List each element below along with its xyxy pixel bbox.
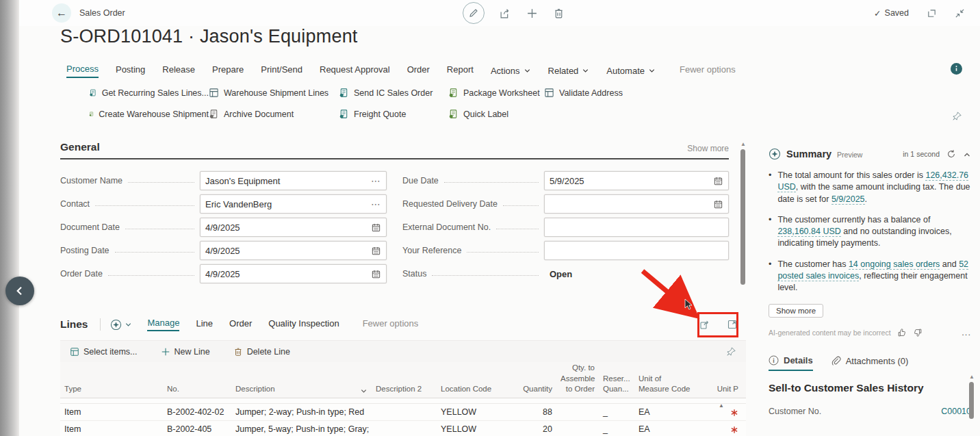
calendar-icon[interactable]	[713, 176, 723, 186]
tab-posting[interactable]: Posting	[116, 64, 145, 77]
tab-report[interactable]: Report	[447, 64, 474, 77]
summary-more-button[interactable]: ...	[962, 327, 971, 337]
package-worksheet-button[interactable]: Package Worksheet	[448, 88, 544, 98]
cell-reserved[interactable]: _	[599, 424, 634, 434]
select-items-button[interactable]: Select items...	[70, 347, 138, 357]
warehouse-shipment-lines-button[interactable]: Warehouse Shipment Lines	[209, 88, 339, 98]
refresh-button[interactable]	[946, 149, 956, 159]
delete-button[interactable]	[553, 7, 565, 19]
general-show-more-link[interactable]: Show more	[687, 144, 729, 153]
assist-edit-icon[interactable]: ⋯	[371, 175, 381, 186]
external-document-no-input[interactable]	[544, 218, 729, 237]
posting-date-input[interactable]: 4/9/2025	[200, 241, 387, 260]
cell-unit-price[interactable]	[703, 424, 743, 434]
col-description[interactable]: Description	[231, 384, 372, 395]
general-title[interactable]: General	[60, 141, 100, 153]
cell-type[interactable]: Item	[60, 424, 163, 434]
get-recurring-sales-lines-button[interactable]: Get Recurring Sales Lines...	[89, 88, 209, 98]
breadcrumb[interactable]: Sales Order	[79, 8, 125, 18]
delete-line-button[interactable]: Delete Line	[233, 347, 290, 357]
table-row[interactable]: Item B-2002-402-02 Jumper; 2-way; Push-i…	[60, 404, 746, 421]
lines-tab-manage[interactable]: Manage	[147, 318, 179, 331]
lines-fewer-options[interactable]: Fewer options	[363, 318, 419, 331]
back-button[interactable]: ←	[52, 3, 71, 23]
table-row[interactable]: Item B-2002-405 Jumper, 5-way; Push-in t…	[60, 421, 746, 436]
customer-name-input[interactable]: Jason's Equipment⋯	[200, 171, 387, 190]
ongoing-orders-link[interactable]: 14 ongoing sales orders	[849, 259, 940, 270]
col-description2[interactable]: Description 2	[372, 384, 437, 395]
help-button[interactable]	[951, 63, 962, 75]
tab-details[interactable]: i Details	[769, 355, 813, 371]
assist-edit-icon[interactable]: ⋯	[371, 198, 381, 209]
panel-scrollbar-up-arrow[interactable]: ▲	[969, 374, 975, 380]
cell-location[interactable]: YELLOW	[437, 407, 505, 417]
col-type[interactable]: Type	[60, 384, 163, 395]
new-line-button[interactable]: New Line	[161, 347, 210, 357]
col-no[interactable]: No.	[163, 384, 231, 395]
requested-delivery-date-input[interactable]	[544, 194, 729, 214]
cell-uom[interactable]: EA	[634, 424, 703, 434]
lines-copilot-button[interactable]	[110, 319, 132, 331]
cell-uom[interactable]: EA	[634, 407, 703, 417]
panel-collapse-button[interactable]	[5, 277, 34, 305]
col-reserved-quantity[interactable]: Reser... Quan...	[599, 374, 634, 395]
tab-release[interactable]: Release	[162, 64, 195, 77]
send-ic-sales-order-button[interactable]: Send IC Sales Order	[339, 88, 448, 98]
lines-tab-quality-inspection[interactable]: Quality Inspection	[268, 318, 339, 331]
lines-tab-order[interactable]: Order	[229, 318, 252, 331]
menu-related[interactable]: Related	[548, 66, 590, 76]
collapse-summary-button[interactable]	[963, 149, 971, 158]
archive-document-button[interactable]: Archive Document	[209, 109, 339, 119]
contact-input[interactable]: Eric VandenBerg⋯	[200, 194, 387, 214]
freight-quote-button[interactable]: Freight Quote	[339, 109, 448, 119]
cell-description[interactable]: Jumper, 5-way; Push-in type; Gray;	[231, 424, 372, 434]
panel-scrollbar-thumb[interactable]	[969, 382, 974, 419]
cell-location[interactable]: YELLOW	[437, 424, 505, 434]
lines-tab-line[interactable]: Line	[196, 318, 213, 331]
balance-link[interactable]: 238,160.84 USD	[777, 227, 840, 237]
tab-order[interactable]: Order	[407, 64, 430, 77]
calendar-icon[interactable]	[371, 246, 381, 256]
create-warehouse-shipment-button[interactable]: Create Warehouse Shipment	[89, 109, 209, 119]
tab-request-approval[interactable]: Request Approval	[320, 64, 390, 77]
tab-print-send[interactable]: Print/Send	[261, 64, 302, 77]
calendar-icon[interactable]	[713, 199, 723, 209]
table-scrollbar-up-arrow[interactable]: ▲	[719, 402, 724, 409]
your-reference-input[interactable]	[544, 241, 729, 260]
new-button[interactable]	[526, 7, 538, 19]
thumbs-down-button[interactable]	[913, 328, 923, 337]
col-location-code[interactable]: Location Code	[437, 384, 505, 395]
scrollbar-up-arrow[interactable]: ▲	[740, 141, 746, 147]
col-qty-to-assemble[interactable]: Qty. to Assemble to Order	[556, 363, 599, 395]
document-date-input[interactable]: 4/9/2025	[200, 218, 387, 237]
col-unit-price[interactable]: Unit P	[703, 384, 743, 395]
summary-show-more-button[interactable]: Show more	[769, 304, 823, 318]
menu-actions[interactable]: Actions	[491, 66, 531, 76]
calendar-icon[interactable]	[371, 269, 381, 279]
cell-quantity[interactable]: 20	[505, 424, 556, 434]
open-in-window-button[interactable]	[927, 7, 937, 19]
cell-no[interactable]: B-2002-402-02	[163, 407, 231, 417]
unpin-lines-toolbar-button[interactable]	[726, 346, 736, 357]
edit-button[interactable]	[463, 2, 485, 24]
main-scrollbar-thumb[interactable]	[740, 149, 745, 285]
order-date-input[interactable]: 4/9/2025	[200, 264, 387, 283]
collapse-view-button[interactable]	[955, 7, 965, 19]
cell-reserved[interactable]: _	[599, 407, 634, 417]
tab-prepare[interactable]: Prepare	[212, 64, 244, 77]
fewer-options[interactable]: Fewer options	[680, 64, 736, 77]
menu-automate[interactable]: Automate	[606, 66, 656, 76]
validate-address-button[interactable]: Validate Address	[544, 88, 623, 98]
tab-attachments[interactable]: Attachments (0)	[831, 356, 909, 370]
cell-unit-price[interactable]	[703, 407, 743, 417]
share-button[interactable]	[500, 7, 511, 19]
cell-description[interactable]: Jumper; 2-way; Push-in type; Red	[231, 407, 372, 417]
due-date-input[interactable]: 5/9/2025	[544, 171, 729, 190]
customer-no-link[interactable]: C00010	[941, 407, 971, 416]
thumbs-up-button[interactable]	[897, 328, 907, 337]
lines-title[interactable]: Lines	[60, 318, 88, 331]
unpin-actionbar-button[interactable]	[952, 110, 962, 122]
quick-label-button[interactable]: Quick Label	[448, 109, 544, 119]
chevron-down-icon[interactable]	[360, 387, 368, 395]
col-unit-of-measure[interactable]: Unit of Measure Code	[634, 374, 703, 395]
